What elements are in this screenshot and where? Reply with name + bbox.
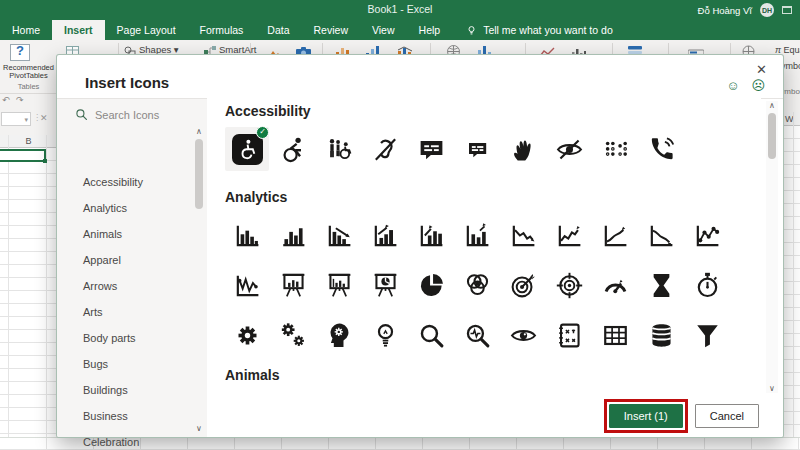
icon-eye[interactable] — [501, 313, 545, 357]
user-avatar[interactable]: DH — [760, 3, 774, 17]
icon-family-accessible[interactable] — [317, 127, 361, 171]
name-box[interactable]: ▾ — [1, 112, 31, 126]
dialog-title: Insert Icons — [85, 74, 169, 91]
icon-line-chart-falling[interactable] — [639, 213, 683, 257]
icon-pie-chart[interactable] — [409, 263, 453, 307]
search-box[interactable] — [75, 108, 190, 121]
icon-deaf-hearing-slash[interactable] — [363, 127, 407, 171]
icon-magnifier[interactable] — [409, 313, 453, 357]
tab-data[interactable]: Data — [255, 20, 301, 40]
icon-bar-chart-growth-arrow[interactable] — [363, 213, 407, 257]
tab-help[interactable]: Help — [407, 20, 453, 40]
selected-cell[interactable] — [0, 149, 46, 162]
icon-math-notepad[interactable] — [547, 313, 591, 357]
category-arrows[interactable]: Arrows — [57, 273, 195, 299]
gallery-scroll-down-icon[interactable]: ∨ — [766, 384, 778, 393]
feedback-sad-icon[interactable]: ☹ — [751, 78, 765, 93]
icon-gears[interactable] — [271, 313, 315, 357]
category-apparel[interactable]: Apparel — [57, 247, 195, 273]
icon-closed-caption-small[interactable] — [455, 127, 499, 171]
category-arts[interactable]: Arts — [57, 299, 195, 325]
icon-eye-slash[interactable] — [547, 127, 591, 171]
cancel-button[interactable]: Cancel — [695, 404, 759, 428]
tab-review[interactable]: Review — [302, 20, 360, 40]
gallery-scroll-up-icon[interactable]: ∧ — [766, 101, 778, 110]
icon-magnifier-pulse[interactable] — [455, 313, 499, 357]
sidebar-scrollbar: ∧ ∨ — [194, 127, 204, 433]
category-analytics[interactable]: Analytics — [57, 195, 195, 221]
selected-check-icon: ✓ — [256, 126, 269, 139]
category-buildings[interactable]: Buildings — [57, 377, 195, 403]
icon-gear[interactable] — [225, 313, 269, 357]
category-animals[interactable]: Animals — [57, 221, 195, 247]
icon-wheelchair-active[interactable] — [271, 127, 315, 171]
icon-venn-diagram[interactable] — [455, 263, 499, 307]
icon-stopwatch[interactable] — [685, 263, 729, 307]
icon-line-chart-up[interactable] — [547, 213, 591, 257]
icon-table-grid[interactable] — [593, 313, 637, 357]
search-input[interactable] — [95, 109, 190, 121]
category-business[interactable]: Business — [57, 403, 195, 429]
shapes-label[interactable]: Shapes ▾ — [139, 44, 179, 55]
icon-zigzag-chart[interactable] — [225, 263, 269, 307]
tab-page-layout[interactable]: Page Layout — [105, 20, 188, 40]
icon-easel-bar-chart[interactable] — [271, 263, 315, 307]
user-name: Đỗ Hoàng Vĩ — [698, 5, 752, 16]
tab-view[interactable]: View — [360, 20, 407, 40]
icon-line-chart-down[interactable] — [501, 213, 545, 257]
tab-formulas[interactable]: Formulas — [188, 20, 256, 40]
tables-group-label: Tables — [0, 82, 57, 94]
section-header-animals: Animals — [225, 367, 761, 383]
category-bugs[interactable]: Bugs — [57, 351, 195, 377]
icon-bar-chart-decline-arrow[interactable] — [317, 213, 361, 257]
icon-scatter-line-chart[interactable] — [685, 213, 729, 257]
category-accessibility[interactable]: Accessibility — [57, 169, 195, 195]
tab-insert[interactable]: Insert — [52, 20, 105, 40]
equation-button[interactable]: π Equation — [775, 45, 800, 55]
icon-gallery: Accessibility✓AnalyticsAnimals — [207, 98, 761, 437]
close-icon[interactable]: ✕ — [756, 62, 767, 77]
gallery-scroll-thumb[interactable] — [768, 113, 776, 159]
icon-row — [225, 313, 761, 357]
scroll-down-icon[interactable]: ∨ — [194, 424, 204, 433]
scroll-up-icon[interactable]: ∧ — [194, 127, 204, 136]
tab-home[interactable]: Home — [0, 20, 52, 40]
icon-wheelchair-symbol-glyph — [232, 134, 263, 165]
icon-braille[interactable] — [593, 127, 637, 171]
category-celebration[interactable]: Celebration — [57, 429, 195, 450]
icon-crosshair-target[interactable] — [547, 263, 591, 307]
undo-redo-icons[interactable]: ↶ ↷ — [2, 95, 26, 105]
icon-database[interactable] — [639, 313, 683, 357]
smartart-label[interactable]: SmartArt — [219, 44, 256, 55]
ribbon-display-options-icon[interactable] — [782, 6, 792, 14]
icon-gauge[interactable] — [593, 263, 637, 307]
icon-easel-pie-chart[interactable] — [363, 263, 407, 307]
icon-hourglass[interactable] — [639, 263, 683, 307]
icon-wheelchair-symbol[interactable]: ✓ — [225, 127, 269, 171]
icon-line-chart-rising[interactable] — [593, 213, 637, 257]
icon-easel-column-chart[interactable] — [317, 263, 361, 307]
sidebar-scroll-thumb[interactable] — [195, 139, 203, 209]
icon-dartboard-arrow[interactable] — [501, 263, 545, 307]
icon-bar-chart-arrow[interactable] — [455, 213, 499, 257]
tell-me-box[interactable]: Tell me what you want to do — [452, 20, 613, 40]
icon-lightbulb[interactable] — [363, 313, 407, 357]
formula-cancel-icon[interactable]: ✕ — [40, 113, 48, 123]
icon-closed-caption[interactable] — [409, 127, 453, 171]
icon-chart-arrow-up[interactable] — [409, 213, 453, 257]
category-list: AccessibilityAnalyticsAnimalsApparelArro… — [57, 169, 195, 450]
icon-bar-chart[interactable] — [225, 213, 269, 257]
category-body-parts[interactable]: Body parts — [57, 325, 195, 351]
section-header-analytics: Analytics — [225, 189, 761, 205]
insert-button[interactable]: Insert (1) — [609, 404, 683, 428]
icon-head-gears[interactable] — [317, 313, 361, 357]
icon-phone-volume[interactable] — [639, 127, 683, 171]
icon-funnel-filter[interactable] — [685, 313, 729, 357]
icon-row — [225, 213, 761, 257]
annotation-red-box: Insert (1) — [609, 404, 683, 428]
dialog-footer: Insert (1) Cancel — [207, 395, 783, 437]
icon-sign-language-hand[interactable] — [501, 127, 545, 171]
section-header-accessibility: Accessibility — [225, 103, 761, 119]
icon-bar-chart-tall[interactable] — [271, 213, 315, 257]
feedback-happy-icon[interactable]: ☺ — [726, 78, 739, 93]
